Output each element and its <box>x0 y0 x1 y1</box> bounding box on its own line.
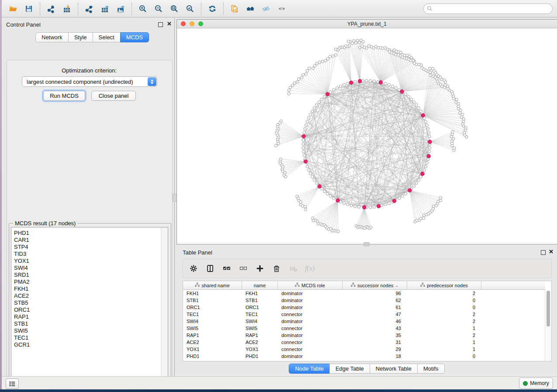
graph-node[interactable] <box>451 131 454 133</box>
graph-node[interactable] <box>429 67 431 70</box>
cell[interactable]: dominator <box>278 291 343 296</box>
table-row[interactable]: PHD1PHD1dominator180 <box>183 353 545 360</box>
graph-node[interactable] <box>315 62 318 65</box>
task-history-button[interactable] <box>6 378 19 389</box>
cell[interactable]: 46 <box>343 319 407 324</box>
graph-node[interactable] <box>369 79 372 82</box>
graph-node[interactable] <box>343 83 345 86</box>
graph-node[interactable] <box>455 101 457 103</box>
cell[interactable]: FKH1 <box>183 291 242 296</box>
cell[interactable]: 29 <box>343 347 407 352</box>
graph-node[interactable] <box>323 190 326 193</box>
close-panel-icon[interactable]: ✕ <box>167 22 172 26</box>
cell[interactable]: 35 <box>343 333 407 338</box>
graph-node[interactable] <box>459 111 461 114</box>
graph-node[interactable] <box>357 206 360 208</box>
table-row[interactable]: FKH1FKH1dominator962 <box>183 290 545 297</box>
import-network-icon[interactable] <box>43 2 59 16</box>
float-panel-icon[interactable] <box>541 250 546 255</box>
close-panel-button[interactable]: Close panel <box>91 91 136 101</box>
graph-node[interactable] <box>444 84 446 86</box>
cell[interactable]: TEC1 <box>183 312 242 317</box>
graph-node[interactable] <box>308 168 310 171</box>
window-splitter-grip[interactable] <box>363 242 370 246</box>
search-input[interactable] <box>423 3 553 14</box>
cell[interactable]: 62 <box>343 298 407 303</box>
graph-node[interactable] <box>427 158 429 161</box>
cell[interactable]: 96 <box>343 291 407 296</box>
graph-hub-node[interactable] <box>392 199 396 203</box>
column-header-successor-nodes[interactable]: successor nodes⌄ <box>343 281 407 290</box>
graph-node[interactable] <box>303 131 305 134</box>
graph-node[interactable] <box>373 80 375 83</box>
graph-node[interactable] <box>320 98 323 100</box>
cell[interactable]: FKH1 <box>242 291 278 296</box>
graph-node[interactable] <box>302 147 304 149</box>
table-row[interactable]: SWI4SWI4dominator462 <box>183 318 545 325</box>
graph-node[interactable] <box>311 110 314 113</box>
graph-node[interactable] <box>332 55 334 57</box>
graph-hub-node[interactable] <box>363 206 367 210</box>
mcds-result-list[interactable]: PHD1CAR1STP4TID3YOX1SWI4SRD1PMA2FKH1ACE2… <box>11 227 168 381</box>
graph-node[interactable] <box>304 208 307 210</box>
export-image-icon[interactable] <box>113 2 128 16</box>
graph-hub-node[interactable] <box>428 140 432 144</box>
graph-node[interactable] <box>428 135 431 138</box>
cell[interactable]: 2 <box>407 333 481 338</box>
cell[interactable]: RAP1 <box>242 333 278 338</box>
zoom-fit-icon[interactable] <box>166 2 182 16</box>
table-row[interactable]: ACE2ACE2connector311 <box>183 339 545 346</box>
graph-node[interactable] <box>296 80 299 83</box>
graph-node[interactable] <box>299 200 302 203</box>
table-options-gear-icon[interactable] <box>187 261 200 275</box>
graph-node[interactable] <box>343 202 345 204</box>
graph-node[interactable] <box>315 103 318 106</box>
graph-node[interactable] <box>301 205 304 207</box>
graph-node[interactable] <box>368 45 370 47</box>
table-scrollbar-thumb[interactable] <box>547 291 550 327</box>
tab-mcds[interactable]: MCDS <box>120 32 149 42</box>
graph-node[interactable] <box>401 195 404 197</box>
graph-node[interactable] <box>455 98 458 101</box>
graph-node[interactable] <box>381 204 383 207</box>
graph-node[interactable] <box>304 72 307 75</box>
graph-node[interactable] <box>313 65 316 67</box>
graph-node[interactable] <box>311 67 314 69</box>
cell[interactable]: dominator <box>278 305 343 310</box>
graph-node[interactable] <box>302 150 305 153</box>
cell[interactable]: connector <box>278 326 343 331</box>
cell[interactable]: ORC1 <box>183 305 242 310</box>
graph-node[interactable] <box>370 226 372 229</box>
cell[interactable]: SWI5 <box>183 326 242 331</box>
graph-hub-node[interactable] <box>408 189 412 193</box>
graph-node[interactable] <box>335 54 337 56</box>
graph-node[interactable] <box>346 82 349 85</box>
tab-style[interactable]: Style <box>68 32 93 42</box>
graph-node[interactable] <box>321 60 324 63</box>
graph-node[interactable] <box>421 67 423 69</box>
graph-node[interactable] <box>326 58 329 60</box>
graph-hub-node[interactable] <box>304 160 308 164</box>
graph-hub-node[interactable] <box>318 185 322 189</box>
graph-node[interactable] <box>427 131 430 134</box>
graph-node[interactable] <box>306 69 308 72</box>
cell[interactable]: 1 <box>407 326 481 331</box>
table-row[interactable]: RAP1RAP1dominator352 <box>183 332 545 339</box>
zoom-in-icon[interactable] <box>135 2 151 16</box>
graph-node[interactable] <box>407 95 410 98</box>
cell[interactable]: ACE2 <box>183 340 242 345</box>
graph-node[interactable] <box>423 168 426 171</box>
graph-node[interactable] <box>429 74 432 76</box>
cell[interactable]: ORC1 <box>242 305 278 310</box>
graph-node[interactable] <box>326 193 329 195</box>
cell[interactable]: dominator <box>278 319 343 324</box>
cell[interactable]: 0 <box>407 298 481 303</box>
graph-hub-node[interactable] <box>421 172 425 176</box>
graph-node[interactable] <box>306 120 308 123</box>
graph-node[interactable] <box>404 93 407 96</box>
cell[interactable]: 61 <box>343 305 407 310</box>
graph-node[interactable] <box>418 63 420 65</box>
graph-node[interactable] <box>287 89 290 91</box>
graph-node[interactable] <box>324 59 327 62</box>
graph-node[interactable] <box>419 110 422 113</box>
